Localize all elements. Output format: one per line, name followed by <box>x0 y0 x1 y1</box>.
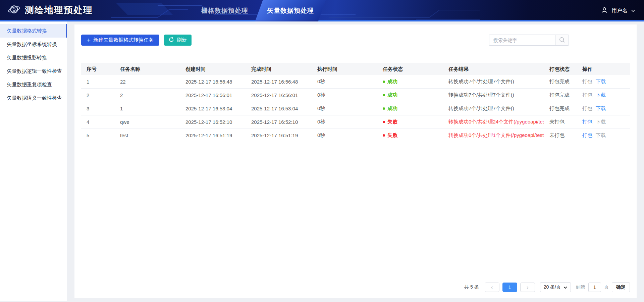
table-row: 2 2 2025-12-17 16:56:01 2025-12-17 16:56… <box>81 89 630 102</box>
cell-actions: 打包下载 <box>577 89 630 102</box>
col-task-name: 任务名称 <box>115 63 180 75</box>
page-size-select[interactable]: 20 条/页 <box>540 282 571 292</box>
cell-status: 失败 <box>377 129 443 142</box>
pagination: 共 5 条 ‹ 1 › 20 条/页 到第 页 确定 <box>81 282 630 292</box>
confirm-button[interactable]: 确定 <box>612 282 630 292</box>
sidebar-item-duplicate-check[interactable]: 矢量数据重复项检查 <box>0 78 67 91</box>
sidebar-item-logic-consistency-check[interactable]: 矢量数据逻辑一致性检查 <box>0 64 67 78</box>
cell-created: 2025-12-17 16:51:19 <box>180 129 246 142</box>
status-dot <box>383 134 385 137</box>
status-dot <box>383 121 385 123</box>
new-task-button-label: 新建矢量数据格式转换任务 <box>93 37 154 43</box>
cell-index: 3 <box>81 102 115 115</box>
refresh-button[interactable]: 刷新 <box>164 35 192 46</box>
cell-created: 2025-12-17 16:52:10 <box>180 115 246 129</box>
tab-vector-preprocess[interactable]: 矢量数据预处理 <box>258 0 323 21</box>
page-number-button[interactable]: 1 <box>502 283 517 292</box>
cell-result: 转换成功7个/共处理7个文件() <box>443 89 544 102</box>
cell-duration: 0秒 <box>312 115 377 129</box>
tab-label: 矢量数据预处理 <box>267 6 314 15</box>
status-dot <box>383 107 385 110</box>
cell-actions: 打包下载 <box>577 102 630 115</box>
pack-action[interactable]: 打包 <box>582 79 592 84</box>
table-header-row: 序号 任务名称 创建时间 完成时间 执行时间 任务状态 任务结果 打包状态 操作 <box>81 63 630 75</box>
sidebar-item-semantic-consistency-check[interactable]: 矢量数据语义一致性检查 <box>0 91 67 105</box>
cell-duration: 0秒 <box>312 89 377 102</box>
cell-package-status: 打包完成 <box>544 75 577 89</box>
cell-package-status: 打包完成 <box>544 89 577 102</box>
refresh-icon <box>169 37 174 43</box>
status-text: 成功 <box>387 92 397 98</box>
cell-duration: 0秒 <box>312 75 377 89</box>
cell-task-name: 2 <box>115 89 180 102</box>
col-status: 任务状态 <box>377 63 443 75</box>
user-icon <box>601 6 608 15</box>
cell-finished: 2025-12-17 16:53:04 <box>246 102 312 115</box>
tab-raster-preprocess[interactable]: 栅格数据预处理 <box>192 0 258 21</box>
app-logo-icon <box>7 3 21 17</box>
cell-task-name: 22 <box>115 75 180 89</box>
cell-result: 转换成功7个/共处理7个文件() <box>443 75 544 89</box>
cell-actions: 打包下载 <box>577 75 630 89</box>
table-row: 5 test 2025-12-17 16:51:19 2025-12-17 16… <box>81 129 630 142</box>
status-dot <box>383 81 385 83</box>
pack-action[interactable]: 打包 <box>582 119 592 124</box>
search-button[interactable] <box>555 35 569 45</box>
search-icon <box>559 37 565 44</box>
prev-page-button[interactable]: ‹ <box>485 283 499 292</box>
cell-status: 成功 <box>377 75 443 89</box>
chevron-down-icon <box>631 8 635 14</box>
status-text: 成功 <box>387 105 397 112</box>
table-row: 4 qwe 2025-12-17 16:52:10 2025-12-17 16:… <box>81 115 630 129</box>
download-action[interactable]: 下载 <box>596 132 606 138</box>
col-created: 创建时间 <box>180 63 246 75</box>
goto-prefix-label: 到第 <box>576 284 585 290</box>
cell-package-status: 打包完成 <box>544 102 577 115</box>
toolbar: + 新建矢量数据格式转换任务 刷新 <box>81 35 630 46</box>
col-duration: 执行时间 <box>312 63 377 75</box>
cell-task-name: test <box>115 129 180 142</box>
search-input[interactable] <box>489 35 555 45</box>
cell-created: 2025-12-17 16:56:01 <box>180 89 246 102</box>
cell-index: 2 <box>81 89 115 102</box>
task-table: 序号 任务名称 创建时间 完成时间 执行时间 任务状态 任务结果 打包状态 操作… <box>81 63 630 142</box>
sidebar: 矢量数据格式转换 矢量数据坐标系统转换 矢量数据投影转换 矢量数据逻辑一致性检查… <box>0 21 67 301</box>
pack-action[interactable]: 打包 <box>582 105 592 111</box>
new-task-button[interactable]: + 新建矢量数据格式转换任务 <box>81 35 159 46</box>
next-page-button[interactable]: › <box>520 283 535 292</box>
cell-index: 4 <box>81 115 115 129</box>
user-menu[interactable]: 用户名 <box>601 0 635 21</box>
goto-page-input[interactable] <box>588 283 601 292</box>
user-name: 用户名 <box>611 7 628 14</box>
cell-task-name: qwe <box>115 115 180 129</box>
main-content: + 新建矢量数据格式转换任务 刷新 <box>67 21 644 301</box>
sidebar-item-format-convert[interactable]: 矢量数据格式转换 <box>0 24 67 38</box>
col-result: 任务结果 <box>443 63 544 75</box>
cell-finished: 2025-12-17 16:51:19 <box>246 129 312 142</box>
cell-result: 转换成功0个/共处理24个文件(/pygeoapi/tests/ <box>443 115 544 129</box>
cell-status: 成功 <box>377 89 443 102</box>
top-nav: 栅格数据预处理 矢量数据预处理 <box>192 0 323 21</box>
pack-action[interactable]: 打包 <box>582 92 592 98</box>
cell-result: 转换成功0个/共处理1个文件(/pygeoapi/tests/in <box>443 129 544 142</box>
download-action[interactable]: 下载 <box>596 119 606 124</box>
status-text: 失败 <box>387 119 397 125</box>
download-action[interactable]: 下载 <box>596 92 606 98</box>
content-card: + 新建矢量数据格式转换任务 刷新 <box>74 24 637 298</box>
cell-index: 1 <box>81 75 115 89</box>
chevron-down-icon <box>564 285 567 290</box>
sidebar-item-coordinate-convert[interactable]: 矢量数据坐标系统转换 <box>0 38 67 51</box>
download-action[interactable]: 下载 <box>596 105 606 111</box>
table-row: 1 22 2025-12-17 16:56:48 2025-12-17 16:5… <box>81 75 630 89</box>
cell-actions: 打包下载 <box>577 115 630 129</box>
goto-suffix-label: 页 <box>604 284 609 290</box>
pack-action[interactable]: 打包 <box>582 132 592 138</box>
cell-package-status: 未打包 <box>544 129 577 142</box>
cell-created: 2025-12-17 16:56:48 <box>180 75 246 89</box>
chevron-right-icon: › <box>527 284 529 290</box>
cell-result: 转换成功7个/共处理7个文件() <box>443 102 544 115</box>
sidebar-item-projection-convert[interactable]: 矢量数据投影转换 <box>0 51 67 64</box>
cell-finished: 2025-12-17 16:52:10 <box>246 115 312 129</box>
download-action[interactable]: 下载 <box>596 79 606 84</box>
status-text: 成功 <box>387 79 397 85</box>
